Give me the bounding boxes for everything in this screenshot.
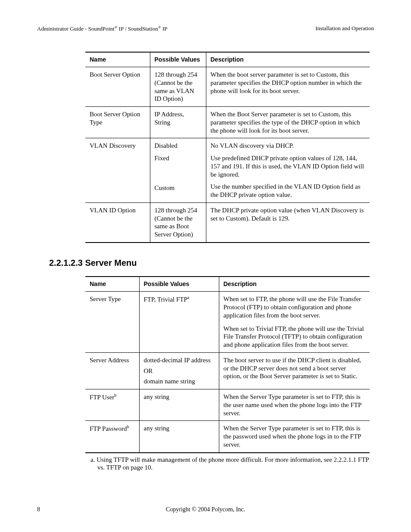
header-left-text-2: IP / SoundStation <box>117 25 158 32</box>
cell-desc: The DHCP private option value (when VLAN… <box>206 202 370 243</box>
table-header-row: Name Possible Values Description <box>85 52 370 67</box>
header-left-text-1: Administrator Guide - SoundPoint <box>37 25 114 32</box>
cell-desc: The boot server to use if the DHCP clien… <box>219 352 370 389</box>
col-name: Name <box>85 52 150 67</box>
copyright-text: Copyright © 2004 Polycom, Inc. <box>50 506 361 513</box>
value-text: FTP, Trivial FTP <box>144 296 187 303</box>
desc-line: Use the number specified in the VLAN ID … <box>211 183 366 199</box>
value-line: OR <box>144 367 215 375</box>
registered-mark: ® <box>158 25 161 29</box>
header-right: Installation and Operation <box>315 25 374 33</box>
cell-values: Disabled Fixed Custom <box>150 138 206 203</box>
table-row: Boot Server Option Type IP Address, Stri… <box>85 107 370 138</box>
col-description: Description <box>206 52 370 67</box>
col-description: Description <box>219 277 370 292</box>
desc-line: Use predefined DHCP private option value… <box>211 154 366 178</box>
cell-values: any string <box>139 421 219 453</box>
desc-line: No VLAN discovery via DHCP. <box>211 142 294 149</box>
cell-name: VLAN ID Option <box>85 202 150 243</box>
footer-spacer <box>361 506 374 513</box>
table-header-row: Name Possible Values Description <box>85 277 370 292</box>
cell-values: dotted-decimal IP address OR domain name… <box>139 352 219 389</box>
cell-values: IP Address, String <box>150 107 206 138</box>
cell-values: FTP, Trivial FTPa <box>139 292 219 353</box>
desc-paragraph: When set to Trivial FTP, the phone will … <box>224 325 366 349</box>
table-row: Server Address dotted-decimal IP address… <box>85 352 370 389</box>
footnotes: a. Using TFTP will make management of th… <box>90 456 375 472</box>
col-possible-values: Possible Values <box>139 277 219 292</box>
cell-desc: When the Boot Server parameter is set to… <box>206 107 370 138</box>
cell-desc: When the Server Type parameter is set to… <box>219 389 370 421</box>
header-left: Administrator Guide - SoundPoint® IP / S… <box>37 25 167 33</box>
table-row: FTP Passwordb any string When the Server… <box>85 421 370 453</box>
cell-desc: When the Server Type parameter is set to… <box>219 421 370 453</box>
cell-name: VLAN Discovery <box>85 138 150 203</box>
page: Administrator Guide - SoundPoint® IP / S… <box>0 0 411 532</box>
table-row: FTP Userb any string When the Server Typ… <box>85 389 370 421</box>
footnote-ref: b <box>114 393 116 398</box>
desc-paragraph: When set to FTP, the phone will use the … <box>224 296 361 319</box>
cell-name: Server Type <box>85 292 139 353</box>
cell-name: FTP Passwordb <box>85 421 139 453</box>
value-line: Fixed <box>155 154 202 162</box>
cell-name: Boot Server Option Type <box>85 107 150 138</box>
server-menu-table: Name Possible Values Description Server … <box>85 276 370 453</box>
value-line: domain name string <box>144 377 215 386</box>
cell-name: Server Address <box>85 352 139 389</box>
name-text: FTP Password <box>90 425 127 432</box>
footnote-ref: a <box>187 295 189 300</box>
cell-desc: No VLAN discovery via DHCP. Use predefin… <box>206 138 370 203</box>
cell-values: any string <box>139 389 219 421</box>
name-text: FTP User <box>90 394 114 401</box>
table-row: Boot Server Option 128 through 254 (Cann… <box>85 67 370 107</box>
value-line: Disabled <box>155 142 177 149</box>
cell-desc: When set to FTP, the phone will use the … <box>219 292 370 353</box>
running-header: Administrator Guide - SoundPoint® IP / S… <box>37 25 374 33</box>
col-name: Name <box>85 277 139 292</box>
footnote-a: a. Using TFTP will make management of th… <box>90 456 375 472</box>
dhcp-options-table: Name Possible Values Description Boot Se… <box>85 52 370 243</box>
cell-name: Boot Server Option <box>85 67 150 107</box>
cell-name: FTP Userb <box>85 389 139 421</box>
section-heading-server-menu: 2.2.1.2.3 Server Menu <box>49 258 374 268</box>
footnote-ref: b <box>127 424 129 429</box>
table-row: VLAN Discovery Disabled Fixed Custom No … <box>85 138 370 203</box>
cell-desc: When the boot server parameter is set to… <box>206 67 370 107</box>
page-footer: 8 Copyright © 2004 Polycom, Inc. <box>37 506 374 513</box>
value-line: dotted-decimal IP address <box>144 356 215 364</box>
table-row: Server Type FTP, Trivial FTPa When set t… <box>85 292 370 353</box>
header-left-text-3: IP <box>161 25 168 32</box>
page-number: 8 <box>37 506 50 513</box>
value-line: Custom <box>155 184 202 192</box>
cell-values: 128 through 254 (Cannot be the same as V… <box>150 67 206 107</box>
col-possible-values: Possible Values <box>150 52 206 67</box>
table-row: VLAN ID Option 128 through 254 (Cannot b… <box>85 202 370 243</box>
cell-values: 128 through 254 (Cannot be the same as B… <box>150 202 206 243</box>
